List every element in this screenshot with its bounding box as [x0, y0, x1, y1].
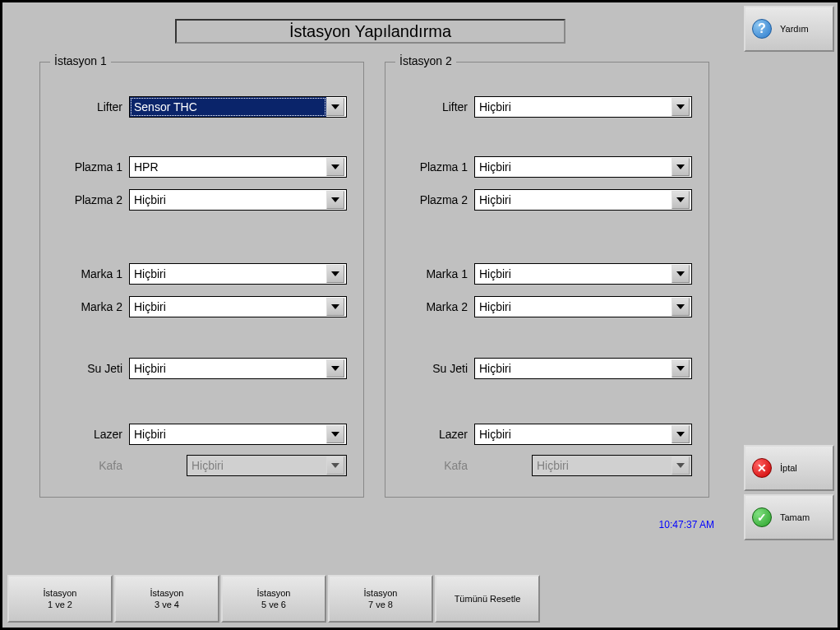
station1-sujeti-value: Hiçbiri	[130, 359, 326, 378]
ok-button[interactable]: ✓ Tamam	[744, 494, 834, 540]
chevron-down-icon	[326, 456, 344, 475]
station1-plazma2-combo[interactable]: Hiçbiri	[129, 189, 347, 211]
chevron-down-icon	[326, 359, 344, 378]
station2-legend: İstasyon 2	[395, 54, 456, 67]
station1-lazer-row: Lazer Hiçbiri	[40, 423, 363, 446]
station2-marka1-value: Hiçbiri	[475, 264, 672, 284]
station1-lazer-label: Lazer	[40, 428, 129, 441]
tab-station-7-8[interactable]: İstasyon 7 ve 8	[328, 575, 433, 623]
station2-lifter-value: Hiçbiri	[475, 97, 672, 117]
station2-plazma2-label: Plazma 2	[385, 193, 474, 206]
chevron-down-icon	[672, 191, 690, 209]
station2-plazma1-row: Plazma 1 Hiçbiri	[385, 155, 708, 178]
tab-line1: İstasyon	[44, 587, 77, 599]
station2-lazer-combo[interactable]: Hiçbiri	[474, 424, 692, 445]
station1-marka1-label: Marka 1	[40, 267, 129, 280]
chevron-down-icon	[326, 191, 344, 209]
station1-sujeti-row: Su Jeti Hiçbiri	[40, 357, 363, 380]
station1-marka2-label: Marka 2	[40, 300, 129, 313]
chevron-down-icon	[672, 98, 690, 116]
station1-lifter-combo[interactable]: Sensor THC	[129, 96, 347, 118]
station2-lazer-label: Lazer	[385, 428, 474, 441]
chevron-down-icon	[326, 265, 344, 283]
timestamp: 10:47:37 AM	[659, 519, 714, 530]
station2-marka1-combo[interactable]: Hiçbiri	[474, 263, 692, 285]
station2-plazma2-combo[interactable]: Hiçbiri	[474, 189, 692, 211]
station1-lifter-value: Sensor THC	[130, 97, 326, 117]
station1-plazma2-label: Plazma 2	[40, 193, 129, 206]
chevron-down-icon	[326, 298, 344, 316]
station1-plazma1-label: Plazma 1	[40, 160, 129, 174]
station2-kafa-value: Hiçbiri	[533, 456, 672, 475]
tab-line1: İstasyon	[257, 587, 291, 599]
station1-marka1-value: Hiçbiri	[130, 264, 326, 284]
station2-marka2-label: Marka 2	[385, 300, 474, 313]
tab-line2: 1 ve 2	[48, 599, 72, 610]
station2-kafa-row: Kafa Hiçbiri	[385, 454, 708, 477]
station1-kafa-label: Kafa	[40, 459, 129, 472]
station2-kafa-label: Kafa	[385, 459, 474, 472]
station2-sujeti-row: Su Jeti Hiçbiri	[385, 357, 708, 380]
page-title: İstasyon Yapılandırma	[175, 19, 565, 44]
close-icon: ✕	[752, 458, 772, 478]
station2-marka2-combo[interactable]: Hiçbiri	[474, 296, 692, 317]
station2-lifter-row: Lifter Hiçbiri	[385, 95, 708, 118]
chevron-down-icon	[672, 298, 690, 316]
station1-lazer-value: Hiçbiri	[130, 424, 326, 444]
station2-sujeti-label: Su Jeti	[385, 362, 474, 375]
station2-marka2-row: Marka 2 Hiçbiri	[385, 295, 708, 318]
tab-line1: İstasyon	[150, 587, 184, 599]
station2-kafa-combo: Hiçbiri	[532, 455, 692, 476]
station2-lifter-label: Lifter	[385, 100, 474, 113]
tab-reset-all[interactable]: Tümünü Resetle	[435, 575, 540, 623]
station2-plazma1-combo[interactable]: Hiçbiri	[474, 156, 692, 178]
station1-lifter-label: Lifter	[40, 100, 129, 113]
station1-plazma1-value: HPR	[130, 157, 326, 177]
chevron-down-icon	[672, 425, 690, 443]
station1-fieldset: İstasyon 1 Lifter Sensor THC Plazma 1 HP…	[39, 62, 364, 498]
check-icon: ✓	[752, 507, 772, 527]
station2-sujeti-combo[interactable]: Hiçbiri	[474, 358, 692, 379]
station2-plazma2-value: Hiçbiri	[475, 190, 672, 210]
tab-line2: 3 ve 4	[155, 599, 179, 610]
station1-lifter-row: Lifter Sensor THC	[40, 95, 363, 118]
station2-plazma1-label: Plazma 1	[385, 160, 474, 174]
station1-marka1-combo[interactable]: Hiçbiri	[129, 263, 347, 285]
station1-plazma2-value: Hiçbiri	[130, 190, 326, 210]
station1-marka2-row: Marka 2 Hiçbiri	[40, 295, 363, 318]
page-title-text: İstasyon Yapılandırma	[289, 22, 451, 41]
tab-label: Tümünü Resetle	[455, 593, 521, 605]
ok-label: Tamam	[780, 512, 810, 522]
help-label: Yardım	[780, 24, 809, 34]
chevron-down-icon	[672, 265, 690, 283]
station2-fieldset: İstasyon 2 Lifter Hiçbiri Plazma 1 Hiçbi…	[385, 62, 709, 498]
station1-plazma1-combo[interactable]: HPR	[129, 156, 347, 178]
station1-marka2-combo[interactable]: Hiçbiri	[129, 296, 347, 317]
station2-marka1-row: Marka 1 Hiçbiri	[385, 262, 708, 285]
tab-line2: 5 ve 6	[261, 599, 286, 610]
cancel-label: İptal	[780, 463, 797, 473]
station2-plazma2-row: Plazma 2 Hiçbiri	[385, 188, 708, 211]
help-button[interactable]: ? Yardım	[744, 6, 834, 52]
station1-kafa-value: Hiçbiri	[187, 456, 326, 475]
chevron-down-icon	[326, 425, 344, 443]
chevron-down-icon	[672, 158, 690, 176]
station1-sujeti-label: Su Jeti	[40, 362, 129, 375]
station1-lazer-combo[interactable]: Hiçbiri	[129, 424, 347, 445]
tab-station-3-4[interactable]: İstasyon 3 ve 4	[114, 575, 219, 623]
station2-marka2-value: Hiçbiri	[475, 297, 672, 317]
station1-plazma2-row: Plazma 2 Hiçbiri	[40, 188, 363, 211]
station2-lifter-combo[interactable]: Hiçbiri	[474, 96, 692, 118]
station2-plazma1-value: Hiçbiri	[475, 157, 672, 177]
station1-marka1-row: Marka 1 Hiçbiri	[40, 262, 363, 285]
cancel-button[interactable]: ✕ İptal	[744, 445, 834, 491]
station1-marka2-value: Hiçbiri	[130, 297, 326, 317]
station1-sujeti-combo[interactable]: Hiçbiri	[129, 358, 347, 379]
station2-lazer-row: Lazer Hiçbiri	[385, 423, 708, 446]
chevron-down-icon	[672, 359, 690, 378]
chevron-down-icon	[672, 456, 690, 475]
tab-station-5-6[interactable]: İstasyon 5 ve 6	[221, 575, 326, 623]
tab-line2: 7 ve 8	[368, 599, 393, 610]
tab-station-1-2[interactable]: İstasyon 1 ve 2	[7, 575, 113, 623]
help-icon: ?	[752, 19, 772, 39]
